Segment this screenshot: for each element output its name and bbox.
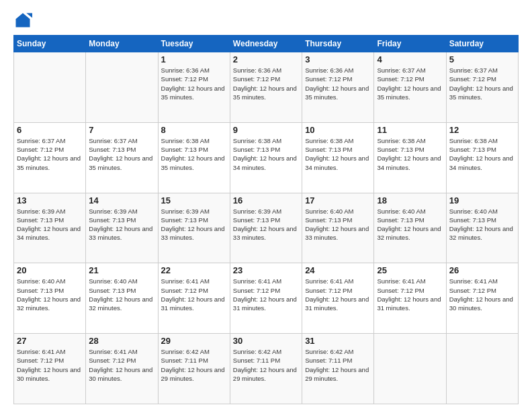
day-number: 16: [233, 195, 299, 205]
calendar-cell: 18Sunrise: 6:40 AM Sunset: 7:13 PM Dayli…: [374, 193, 446, 263]
day-info: Sunrise: 6:36 AM Sunset: 7:12 PM Dayligh…: [233, 66, 299, 101]
day-number: 5: [449, 54, 515, 64]
day-info: Sunrise: 6:36 AM Sunset: 7:12 PM Dayligh…: [161, 66, 227, 101]
week-row-5: 27Sunrise: 6:41 AM Sunset: 7:12 PM Dayli…: [14, 334, 519, 404]
calendar-cell: 24Sunrise: 6:41 AM Sunset: 7:12 PM Dayli…: [302, 263, 374, 334]
day-info: Sunrise: 6:37 AM Sunset: 7:12 PM Dayligh…: [377, 66, 443, 101]
day-number: 27: [17, 336, 83, 346]
day-number: 30: [233, 336, 299, 346]
week-row-1: 1Sunrise: 6:36 AM Sunset: 7:12 PM Daylig…: [14, 52, 519, 123]
day-number: 29: [161, 336, 227, 346]
svg-marker-0: [16, 13, 30, 28]
day-number: 31: [305, 336, 371, 346]
calendar-cell: 31Sunrise: 6:42 AM Sunset: 7:11 PM Dayli…: [302, 334, 374, 404]
day-number: 19: [449, 195, 515, 205]
day-number: 10: [305, 125, 371, 135]
calendar-cell: 9Sunrise: 6:38 AM Sunset: 7:13 PM Daylig…: [230, 122, 302, 193]
day-info: Sunrise: 6:39 AM Sunset: 7:13 PM Dayligh…: [161, 207, 227, 242]
day-info: Sunrise: 6:40 AM Sunset: 7:13 PM Dayligh…: [377, 207, 443, 242]
day-info: Sunrise: 6:37 AM Sunset: 7:13 PM Dayligh…: [89, 136, 154, 172]
calendar-cell: [14, 52, 86, 123]
day-number: 11: [377, 125, 443, 135]
calendar-cell: 21Sunrise: 6:40 AM Sunset: 7:13 PM Dayli…: [86, 263, 158, 334]
calendar-cell: 25Sunrise: 6:41 AM Sunset: 7:12 PM Dayli…: [374, 263, 446, 334]
calendar-cell: [374, 334, 446, 404]
day-number: 25: [377, 265, 443, 275]
day-info: Sunrise: 6:37 AM Sunset: 7:12 PM Dayligh…: [17, 136, 83, 172]
weekday-header-saturday: Saturday: [446, 36, 518, 52]
day-info: Sunrise: 6:41 AM Sunset: 7:12 PM Dayligh…: [233, 277, 299, 312]
calendar-cell: 10Sunrise: 6:38 AM Sunset: 7:13 PM Dayli…: [302, 122, 374, 193]
day-info: Sunrise: 6:38 AM Sunset: 7:13 PM Dayligh…: [161, 136, 227, 172]
day-number: 26: [449, 265, 515, 275]
day-number: 15: [161, 195, 227, 205]
calendar-cell: 16Sunrise: 6:39 AM Sunset: 7:13 PM Dayli…: [230, 193, 302, 263]
day-number: 6: [17, 125, 83, 135]
day-info: Sunrise: 6:37 AM Sunset: 7:12 PM Dayligh…: [449, 66, 515, 101]
day-info: Sunrise: 6:40 AM Sunset: 7:13 PM Dayligh…: [305, 207, 371, 242]
day-number: 13: [17, 195, 83, 205]
day-info: Sunrise: 6:41 AM Sunset: 7:12 PM Dayligh…: [17, 347, 83, 383]
day-number: 3: [305, 54, 371, 64]
day-number: 4: [377, 54, 443, 64]
calendar-cell: 19Sunrise: 6:40 AM Sunset: 7:13 PM Dayli…: [446, 193, 518, 263]
page: SundayMondayTuesdayWednesdayThursdayFrid…: [0, 0, 532, 411]
day-info: Sunrise: 6:41 AM Sunset: 7:12 PM Dayligh…: [377, 277, 443, 312]
day-number: 23: [233, 265, 299, 275]
calendar-cell: 20Sunrise: 6:40 AM Sunset: 7:13 PM Dayli…: [14, 263, 86, 334]
day-number: 22: [161, 265, 227, 275]
calendar-cell: 3Sunrise: 6:36 AM Sunset: 7:12 PM Daylig…: [302, 52, 374, 123]
calendar-cell: 5Sunrise: 6:37 AM Sunset: 7:12 PM Daylig…: [446, 52, 518, 123]
calendar-cell: 1Sunrise: 6:36 AM Sunset: 7:12 PM Daylig…: [158, 52, 230, 123]
calendar-cell: 29Sunrise: 6:42 AM Sunset: 7:11 PM Dayli…: [158, 334, 230, 404]
calendar-cell: 27Sunrise: 6:41 AM Sunset: 7:12 PM Dayli…: [14, 334, 86, 404]
day-number: 7: [89, 125, 154, 135]
calendar-cell: 26Sunrise: 6:41 AM Sunset: 7:12 PM Dayli…: [446, 263, 518, 334]
calendar-cell: 8Sunrise: 6:38 AM Sunset: 7:13 PM Daylig…: [158, 122, 230, 193]
day-info: Sunrise: 6:42 AM Sunset: 7:11 PM Dayligh…: [305, 347, 371, 383]
logo-icon: [13, 11, 32, 30]
day-number: 2: [233, 54, 299, 64]
calendar-cell: 7Sunrise: 6:37 AM Sunset: 7:13 PM Daylig…: [86, 122, 158, 193]
calendar-cell: 2Sunrise: 6:36 AM Sunset: 7:12 PM Daylig…: [230, 52, 302, 123]
weekday-header-friday: Friday: [374, 36, 446, 52]
day-info: Sunrise: 6:40 AM Sunset: 7:13 PM Dayligh…: [449, 207, 515, 242]
day-info: Sunrise: 6:38 AM Sunset: 7:13 PM Dayligh…: [449, 136, 515, 172]
calendar-cell: 4Sunrise: 6:37 AM Sunset: 7:12 PM Daylig…: [374, 52, 446, 123]
calendar-table: SundayMondayTuesdayWednesdayThursdayFrid…: [13, 35, 519, 404]
day-info: Sunrise: 6:39 AM Sunset: 7:13 PM Dayligh…: [233, 207, 299, 242]
day-info: Sunrise: 6:41 AM Sunset: 7:12 PM Dayligh…: [305, 277, 371, 312]
day-info: Sunrise: 6:41 AM Sunset: 7:12 PM Dayligh…: [89, 347, 154, 383]
calendar-cell: [86, 52, 158, 123]
logo: [13, 11, 35, 30]
day-info: Sunrise: 6:38 AM Sunset: 7:13 PM Dayligh…: [377, 136, 443, 172]
calendar-cell: 6Sunrise: 6:37 AM Sunset: 7:12 PM Daylig…: [14, 122, 86, 193]
calendar-cell: 28Sunrise: 6:41 AM Sunset: 7:12 PM Dayli…: [86, 334, 158, 404]
day-number: 12: [449, 125, 515, 135]
calendar-cell: 23Sunrise: 6:41 AM Sunset: 7:12 PM Dayli…: [230, 263, 302, 334]
day-number: 28: [89, 336, 154, 346]
calendar-cell: 15Sunrise: 6:39 AM Sunset: 7:13 PM Dayli…: [158, 193, 230, 263]
calendar-cell: 17Sunrise: 6:40 AM Sunset: 7:13 PM Dayli…: [302, 193, 374, 263]
calendar-cell: 13Sunrise: 6:39 AM Sunset: 7:13 PM Dayli…: [14, 193, 86, 263]
week-row-4: 20Sunrise: 6:40 AM Sunset: 7:13 PM Dayli…: [14, 263, 519, 334]
weekday-header-wednesday: Wednesday: [230, 36, 302, 52]
day-number: 24: [305, 265, 371, 275]
day-info: Sunrise: 6:39 AM Sunset: 7:13 PM Dayligh…: [89, 207, 154, 242]
weekday-header-monday: Monday: [86, 36, 158, 52]
day-info: Sunrise: 6:40 AM Sunset: 7:13 PM Dayligh…: [17, 277, 83, 312]
day-number: 1: [161, 54, 227, 64]
calendar-cell: 11Sunrise: 6:38 AM Sunset: 7:13 PM Dayli…: [374, 122, 446, 193]
day-info: Sunrise: 6:41 AM Sunset: 7:12 PM Dayligh…: [161, 277, 227, 312]
calendar-cell: 22Sunrise: 6:41 AM Sunset: 7:12 PM Dayli…: [158, 263, 230, 334]
weekday-header-thursday: Thursday: [302, 36, 374, 52]
weekday-header-sunday: Sunday: [14, 36, 86, 52]
day-info: Sunrise: 6:36 AM Sunset: 7:12 PM Dayligh…: [305, 66, 371, 101]
day-number: 20: [17, 265, 83, 275]
week-row-2: 6Sunrise: 6:37 AM Sunset: 7:12 PM Daylig…: [14, 122, 519, 193]
header: [13, 11, 519, 30]
calendar-cell: 30Sunrise: 6:42 AM Sunset: 7:11 PM Dayli…: [230, 334, 302, 404]
calendar-cell: 14Sunrise: 6:39 AM Sunset: 7:13 PM Dayli…: [86, 193, 158, 263]
weekday-header-row: SundayMondayTuesdayWednesdayThursdayFrid…: [14, 36, 519, 52]
day-number: 9: [233, 125, 299, 135]
